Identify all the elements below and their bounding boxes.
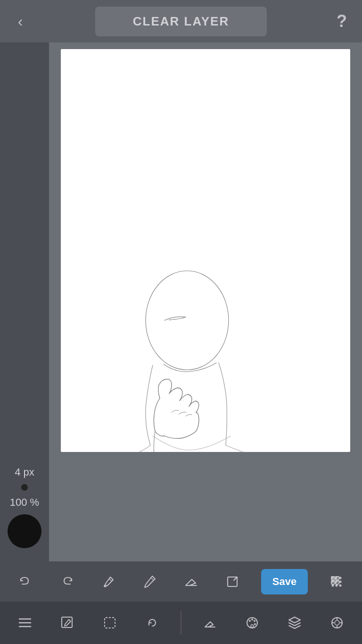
svg-point-31: [254, 620, 255, 622]
svg-point-15: [339, 577, 341, 579]
svg-line-1: [109, 578, 112, 581]
erase-bottom-button[interactable]: [196, 609, 224, 637]
brush-size-label: 4 px: [15, 466, 34, 478]
rotate-button[interactable]: [138, 609, 166, 637]
undo-button[interactable]: [13, 569, 38, 594]
svg-line-3: [151, 577, 154, 580]
svg-point-13: [331, 577, 334, 579]
eyedropper-button[interactable]: [96, 569, 121, 594]
edit-button[interactable]: [53, 609, 82, 637]
help-button[interactable]: ?: [330, 11, 354, 31]
bottom-divider: [181, 611, 181, 635]
opacity-label: 100 %: [10, 496, 39, 509]
svg-point-19: [331, 584, 334, 586]
svg-point-16: [331, 580, 334, 583]
menu-button[interactable]: [11, 609, 39, 637]
eraser-button[interactable]: [178, 569, 204, 594]
top-bar: ‹ CLEAR LAYER ?: [0, 0, 362, 42]
sketch-svg: [61, 49, 350, 452]
palette-button[interactable]: [238, 609, 266, 637]
drawing-canvas[interactable]: [61, 49, 350, 452]
toolbar: Save: [0, 561, 362, 602]
grid-button[interactable]: [324, 569, 349, 594]
brush-dot: [21, 484, 28, 491]
filter-button[interactable]: [323, 609, 351, 637]
svg-point-21: [339, 584, 341, 586]
svg-point-35: [335, 620, 339, 625]
svg-point-17: [335, 580, 337, 583]
color-swatch[interactable]: [8, 514, 41, 548]
layers-button[interactable]: [280, 609, 309, 637]
select-button[interactable]: [96, 609, 124, 637]
back-button[interactable]: ‹: [8, 13, 32, 30]
redo-button[interactable]: [54, 569, 80, 594]
pencil-button[interactable]: [137, 569, 162, 594]
export-button[interactable]: [220, 569, 245, 594]
svg-point-0: [146, 271, 229, 370]
svg-point-30: [251, 619, 253, 620]
left-sidebar: 4 px 100 %: [0, 42, 49, 561]
svg-point-14: [335, 577, 337, 579]
svg-point-29: [249, 620, 251, 622]
svg-point-20: [335, 584, 337, 586]
svg-line-6: [234, 577, 237, 580]
canvas-area[interactable]: [49, 42, 362, 561]
svg-rect-26: [105, 618, 115, 628]
save-button[interactable]: Save: [261, 569, 308, 594]
svg-point-18: [339, 580, 341, 583]
clear-layer-button[interactable]: CLEAR LAYER: [95, 7, 267, 36]
svg-point-32: [254, 623, 256, 625]
svg-point-33: [251, 625, 254, 627]
bottom-bar: [0, 602, 362, 644]
